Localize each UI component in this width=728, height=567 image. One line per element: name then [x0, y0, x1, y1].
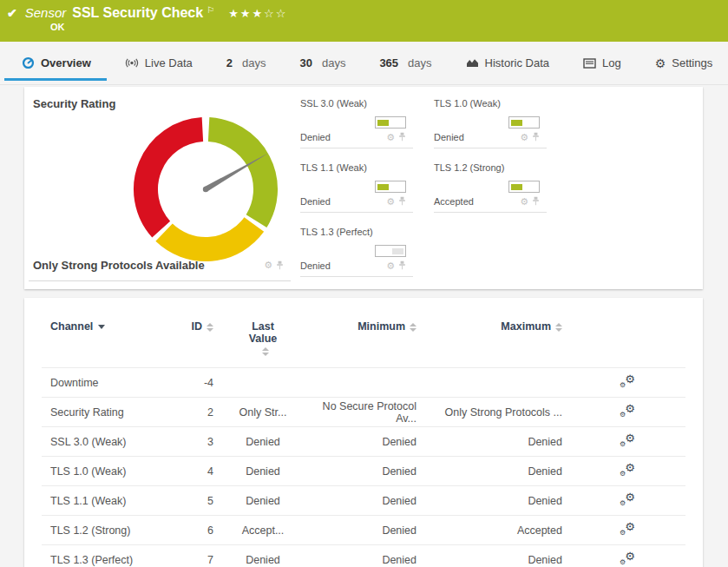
gear-icon[interactable]: ⚙ — [264, 260, 272, 270]
channel-settings-icon[interactable]: ⚙⚙ — [620, 404, 635, 419]
gauge-footer: Only Strong Protocols Available ⚙ — [29, 259, 291, 281]
column-label: Last Value — [249, 320, 278, 345]
tab-settings[interactable]: ⚙ Settings — [655, 56, 713, 70]
tile-title: TLS 1.3 (Perfect) — [300, 227, 413, 237]
cell-minimum: Denied — [312, 457, 416, 486]
pin-icon[interactable] — [532, 132, 540, 142]
sensor-status-bar: ✔ Sensor SSL Security Check ⚐ ★★★☆☆ OK — [0, 0, 728, 42]
pin-icon[interactable] — [532, 196, 540, 207]
tab-overview[interactable]: Overview — [22, 56, 91, 69]
tile-bar-gauge — [375, 116, 406, 129]
cell-last-value: Only Str... — [213, 398, 312, 427]
security-rating-gauge — [132, 115, 279, 263]
cell-minimum: No Secure Protocol Av... — [312, 398, 416, 427]
status-check-icon: ✔ — [7, 6, 17, 20]
channel-settings-icon[interactable]: ⚙⚙ — [620, 463, 635, 478]
channel-settings-icon[interactable]: ⚙⚙ — [620, 433, 635, 448]
tile-bar-gauge — [508, 116, 540, 129]
cell-maximum: Denied — [416, 457, 562, 486]
tab-label: Live Data — [145, 56, 193, 69]
tab-historic-data[interactable]: Historic Data — [466, 56, 549, 69]
cell-maximum: Only Strong Protocols ... — [416, 398, 562, 427]
gear-icon[interactable]: ⚙ — [386, 197, 395, 207]
channel-tile[interactable]: TLS 1.0 (Weak) Denied ⚙ — [434, 92, 547, 156]
tile-bar-gauge — [508, 181, 540, 193]
table-row: TLS 1.0 (Weak) 4 Denied Denied Denied ⚙⚙ — [42, 457, 685, 486]
table-row: TLS 1.3 (Perfect) 7 Denied Denied Denied… — [42, 545, 685, 567]
gear-icon[interactable]: ⚙ — [520, 133, 528, 142]
sort-icon — [207, 323, 213, 332]
divider — [300, 212, 413, 213]
sort-icon — [262, 347, 269, 356]
pin-icon[interactable] — [398, 196, 406, 207]
cell-maximum: Accepted — [416, 516, 562, 545]
cell-channel: Security Rating — [42, 398, 172, 427]
cell-maximum: Denied — [416, 427, 562, 457]
column-header-maximum[interactable]: Maximum — [416, 320, 562, 368]
tile-bar-gauge — [375, 181, 406, 193]
cell-maximum: Denied — [416, 486, 562, 516]
tab-number: 365 — [379, 56, 398, 69]
cell-last-value: Denied — [213, 545, 312, 567]
flag-icon[interactable]: ⚐ — [207, 5, 214, 15]
gauge-segment-red — [146, 129, 202, 229]
tab-unit: days — [242, 56, 266, 69]
channels-table-panel: Channel ID Last Value Minimum Maximum — [24, 298, 703, 567]
channel-tile[interactable]: TLS 1.1 (Weak) Denied ⚙ — [300, 156, 413, 221]
channel-settings-icon[interactable]: ⚙⚙ — [620, 492, 635, 507]
column-header-minimum[interactable]: Minimum — [312, 320, 416, 368]
channel-tiles: SSL 3.0 (Weak) Denied ⚙ TLS 1.0 (Weak) D… — [300, 92, 547, 285]
channel-settings-icon[interactable]: ⚙⚙ — [620, 522, 635, 537]
channel-settings-icon[interactable]: ⚙⚙ — [620, 374, 635, 389]
tab-live-data[interactable]: Live Data — [125, 56, 193, 69]
column-label: Channel — [50, 320, 93, 333]
tile-value: Denied — [300, 260, 331, 271]
tab-365-days[interactable]: 365 days — [379, 56, 431, 69]
gear-icon[interactable]: ⚙ — [386, 261, 395, 271]
divider — [300, 148, 413, 148]
channel-tile[interactable]: TLS 1.2 (Strong) Accepted ⚙ — [434, 156, 547, 221]
cell-maximum — [416, 368, 562, 398]
broadcast-icon — [125, 56, 139, 69]
tab-2-days[interactable]: 2 days — [226, 56, 266, 69]
column-label: Minimum — [357, 320, 405, 333]
channel-tile[interactable]: SSL 3.0 (Weak) Denied ⚙ — [300, 92, 413, 156]
tile-value: Denied — [434, 132, 464, 142]
gear-icon[interactable]: ⚙ — [520, 197, 528, 207]
pin-icon[interactable] — [398, 260, 406, 271]
cell-last-value: Denied — [213, 486, 312, 516]
priority-rating[interactable]: ★★★☆☆ — [228, 7, 287, 20]
column-header-id[interactable]: ID — [172, 320, 213, 368]
channels-table: Channel ID Last Value Minimum Maximum — [42, 320, 685, 567]
gauge-icon — [22, 56, 35, 69]
cell-channel: SSL 3.0 (Weak) — [42, 427, 172, 457]
tile-title: TLS 1.0 (Weak) — [434, 98, 547, 109]
cell-channel: TLS 1.0 (Weak) — [42, 457, 172, 486]
channel-settings-icon[interactable]: ⚙⚙ — [620, 551, 635, 566]
sort-icon — [555, 323, 562, 332]
gauge-value-text: Only Strong Protocols Available — [33, 259, 205, 272]
tile-title: TLS 1.2 (Strong) — [434, 162, 547, 173]
cell-channel: TLS 1.1 (Weak) — [42, 486, 172, 516]
tile-value: Denied — [300, 132, 331, 142]
cell-minimum: Denied — [312, 516, 416, 545]
gear-icon: ⚙ — [655, 56, 666, 70]
gear-icon[interactable]: ⚙ — [386, 133, 395, 142]
column-header-channel[interactable]: Channel — [42, 320, 172, 368]
column-header-last-value[interactable]: Last Value — [213, 320, 312, 368]
tab-30-days[interactable]: 30 days — [299, 56, 345, 69]
column-label: ID — [192, 320, 203, 333]
pin-icon[interactable] — [276, 260, 284, 271]
gauge-segment-green — [209, 129, 266, 221]
tab-log[interactable]: Log — [583, 56, 621, 69]
pin-icon[interactable] — [398, 132, 406, 142]
gauge-panel-title: Security Rating — [33, 97, 115, 110]
table-row: SSL 3.0 (Weak) 3 Denied Denied Denied ⚙⚙ — [42, 427, 685, 457]
cell-minimum: Denied — [312, 545, 416, 567]
tile-value: Denied — [300, 196, 331, 207]
cell-minimum: Denied — [312, 486, 416, 516]
channel-tile[interactable]: TLS 1.3 (Perfect) Denied ⚙ — [300, 221, 413, 285]
tab-bar: Overview Live Data 2 days 30 days 365 da… — [0, 42, 728, 85]
cell-maximum: Denied — [416, 545, 562, 567]
cell-channel: TLS 1.3 (Perfect) — [42, 545, 172, 567]
